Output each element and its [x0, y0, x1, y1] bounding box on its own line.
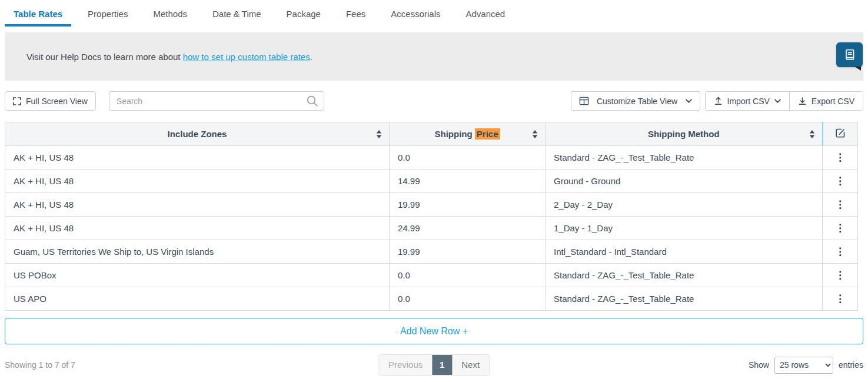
fullscreen-icon	[13, 97, 21, 105]
kebab-menu-icon[interactable]: ⋮	[835, 176, 845, 186]
cell-shipping-price: 19.99	[390, 240, 546, 264]
search-box	[109, 91, 324, 111]
search-input[interactable]	[109, 91, 324, 111]
book-icon	[843, 48, 856, 61]
add-new-row-button[interactable]: Add New Row +	[5, 318, 863, 344]
help-docs-link[interactable]: how to set up custom table rates	[183, 52, 310, 62]
column-header-include-zones[interactable]: Include Zones	[5, 122, 390, 146]
cell-include-zones: AK + HI, US 48	[5, 170, 390, 193]
customize-table-view-label: Customize Table View	[597, 97, 677, 106]
chevron-down-icon	[774, 99, 781, 103]
tab-package[interactable]: Package	[287, 0, 321, 27]
tab-accessorials[interactable]: Accessorials	[391, 0, 440, 27]
kebab-menu-icon[interactable]: ⋮	[835, 270, 845, 280]
cell-shipping-price: 0.0	[390, 146, 546, 170]
tab-bar: Table Rates Properties Methods Date & Ti…	[0, 0, 868, 27]
cell-shipping-method: Standard - ZAG_-_Test_Table_Rate	[546, 146, 823, 170]
column-header-actions	[823, 122, 858, 146]
current-page-button[interactable]: 1	[432, 355, 452, 375]
table-footer: Showing 1 to 7 of 7 Previous 1 Next Show…	[5, 354, 863, 376]
cell-include-zones: US POBox	[5, 264, 390, 287]
csv-button-group: Import CSV Export CSV	[705, 91, 864, 111]
table-row: US POBox 0.0 Standard - ZAG_-_Test_Table…	[5, 264, 858, 287]
cell-shipping-method: Standard - ZAG_-_Test_Table_Rate	[546, 264, 823, 287]
table-toolbar: Full Screen View Customize Table View	[5, 91, 863, 111]
previous-page-button[interactable]: Previous	[379, 355, 432, 375]
table-row: AK + HI, US 48 24.99 1_Day - 1_Day ⋮	[5, 217, 858, 240]
export-csv-label: Export CSV	[812, 97, 854, 106]
full-screen-view-button[interactable]: Full Screen View	[5, 91, 96, 111]
cell-include-zones: US APO	[5, 287, 390, 311]
cell-include-zones: AK + HI, US 48	[5, 217, 390, 240]
tab-methods[interactable]: Methods	[153, 0, 187, 27]
tab-properties[interactable]: Properties	[88, 0, 128, 27]
cell-shipping-price: 14.99	[390, 170, 546, 193]
show-label: Show	[749, 360, 769, 370]
cell-shipping-method: Intl_Standard - Intl_Standard	[546, 240, 823, 264]
kebab-menu-icon[interactable]: ⋮	[835, 223, 845, 233]
cell-shipping-method: Standard - ZAG_-_Test_Table_Rate	[546, 287, 823, 311]
import-csv-button[interactable]: Import CSV	[706, 92, 789, 110]
table-header-row: Include Zones Shipping Price Shipping Me…	[5, 122, 858, 146]
edit-icon[interactable]	[834, 127, 846, 139]
sort-icon[interactable]	[532, 129, 538, 141]
tab-date-time[interactable]: Date & Time	[212, 0, 261, 27]
help-banner-text: Visit our Help Docs to learn more about …	[26, 52, 312, 62]
kebab-menu-icon[interactable]: ⋮	[835, 247, 845, 257]
next-page-button[interactable]: Next	[452, 355, 489, 375]
cell-shipping-method: Ground - Ground	[546, 170, 823, 193]
entries-label: entries	[839, 360, 863, 370]
sort-icon[interactable]	[376, 129, 382, 141]
help-widget-tail	[854, 67, 861, 71]
table-icon	[579, 96, 589, 106]
column-header-shipping-method[interactable]: Shipping Method	[546, 122, 823, 146]
sort-icon[interactable]	[809, 129, 815, 141]
kebab-menu-icon[interactable]: ⋮	[835, 152, 845, 162]
cell-shipping-price: 0.0	[390, 264, 546, 287]
cell-shipping-method: 1_Day - 1_Day	[546, 217, 823, 240]
search-icon	[306, 95, 318, 109]
rows-per-page-select[interactable]: 25 rows	[774, 357, 833, 374]
import-csv-label: Import CSV	[727, 97, 770, 106]
help-banner: Visit our Help Docs to learn more about …	[5, 32, 863, 81]
tab-advanced[interactable]: Advanced	[465, 0, 505, 27]
showing-entries-text: Showing 1 to 7 of 7	[5, 360, 75, 370]
export-csv-button[interactable]: Export CSV	[790, 92, 863, 110]
chevron-down-icon	[686, 99, 692, 103]
cell-include-zones: Guam, US Territories We Ship to, US Virg…	[5, 240, 390, 264]
tab-fees[interactable]: Fees	[346, 0, 365, 27]
table-row: AK + HI, US 48 0.0 Standard - ZAG_-_Test…	[5, 146, 858, 170]
kebab-menu-icon[interactable]: ⋮	[835, 294, 845, 304]
table-row: AK + HI, US 48 14.99 Ground - Ground ⋮	[5, 170, 858, 193]
cell-include-zones: AK + HI, US 48	[5, 146, 390, 170]
table-row: AK + HI, US 48 19.99 2_Day - 2_Day ⋮	[5, 193, 858, 217]
pagination: Previous 1 Next	[378, 354, 490, 376]
full-screen-view-label: Full Screen View	[26, 97, 88, 106]
table-rates-table: Include Zones Shipping Price Shipping Me…	[5, 122, 858, 311]
page-size-control: Show 25 rows entries	[749, 357, 863, 374]
download-icon	[798, 97, 807, 105]
cell-shipping-price: 0.0	[390, 287, 546, 311]
tab-table-rates[interactable]: Table Rates	[14, 0, 62, 27]
cell-shipping-price: 19.99	[390, 193, 546, 217]
help-widget-button[interactable]	[836, 42, 863, 67]
customize-table-view-button[interactable]: Customize Table View	[571, 91, 700, 111]
kebab-menu-icon[interactable]: ⋮	[835, 200, 845, 210]
search-highlight: Price	[475, 128, 500, 139]
upload-icon	[714, 97, 723, 105]
table-row: Guam, US Territories We Ship to, US Virg…	[5, 240, 858, 264]
cell-include-zones: AK + HI, US 48	[5, 193, 390, 217]
cell-shipping-price: 24.99	[390, 217, 546, 240]
cell-shipping-method: 2_Day - 2_Day	[546, 193, 823, 217]
column-header-shipping-price[interactable]: Shipping Price	[390, 122, 546, 146]
table-row: US APO 0.0 Standard - ZAG_-_Test_Table_R…	[5, 287, 858, 311]
